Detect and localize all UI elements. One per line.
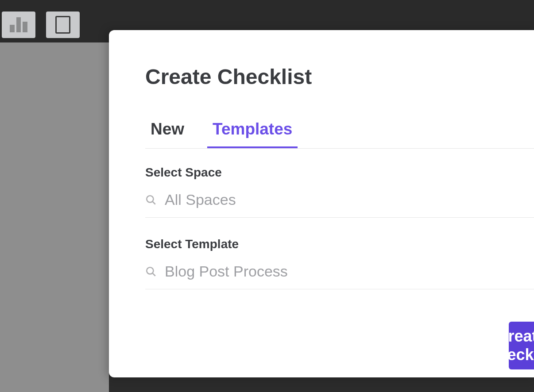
- select-template-group: Select Template: [145, 237, 534, 289]
- select-space-group: Select Space: [145, 165, 534, 218]
- modal-title: Create Checklist: [145, 65, 534, 89]
- template-search-row[interactable]: [145, 263, 534, 289]
- chart-icon: [10, 17, 27, 32]
- svg-line-3: [153, 273, 155, 276]
- select-template-label: Select Template: [145, 237, 534, 251]
- search-icon: [145, 266, 157, 277]
- toolbar-doc-button[interactable]: [46, 12, 80, 38]
- space-search-row[interactable]: [145, 191, 534, 218]
- template-search-input[interactable]: [165, 263, 534, 280]
- space-search-input[interactable]: [165, 191, 534, 208]
- modal-tabs: New Templates: [145, 120, 534, 149]
- svg-point-2: [147, 267, 153, 274]
- create-checklist-modal: Create Checklist New Templates Select Sp…: [109, 30, 534, 377]
- toolbar-chart-button[interactable]: [2, 12, 35, 38]
- search-icon: [145, 194, 157, 206]
- svg-point-0: [147, 196, 153, 202]
- select-space-label: Select Space: [145, 165, 534, 180]
- svg-line-1: [153, 201, 155, 204]
- tab-new[interactable]: New: [145, 120, 190, 148]
- create-checklist-button[interactable]: Create Checklist: [509, 322, 534, 369]
- background-sidebar: [0, 42, 109, 392]
- document-icon: [55, 16, 70, 34]
- tab-templates[interactable]: Templates: [207, 120, 298, 148]
